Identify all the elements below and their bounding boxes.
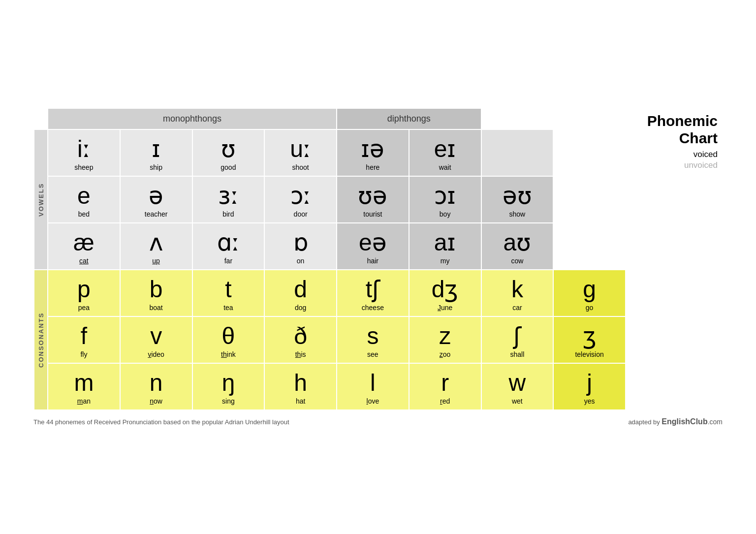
phoneme-cell: θthink: [192, 316, 265, 363]
phoneme-word: tea: [195, 304, 262, 312]
phoneme-symbol: m: [50, 370, 118, 396]
footer: The 44 phonemes of Received Pronunciatio…: [33, 417, 723, 426]
phoneme-cell: ʊgood: [192, 129, 265, 176]
phoneme-word: shall: [484, 350, 551, 358]
phoneme-word: on: [267, 257, 334, 265]
phoneme-cell: ŋsing: [192, 363, 265, 410]
phoneme-symbol: aɪ: [411, 230, 479, 256]
phoneme-word: show: [484, 210, 551, 218]
phoneme-word: go: [556, 304, 623, 312]
phoneme-symbol: r: [411, 370, 479, 396]
phoneme-word: now: [123, 397, 190, 405]
phoneme-word: cow: [484, 257, 551, 265]
phoneme-word: boat: [123, 304, 190, 312]
phoneme-word: far: [195, 257, 262, 265]
phoneme-cell: uːshoot: [264, 129, 337, 176]
phoneme-cell: ʊətourist: [337, 176, 409, 223]
phoneme-symbol: ŋ: [195, 370, 262, 396]
phoneme-cell: ʌup: [120, 223, 192, 270]
phoneme-word: zoo: [411, 350, 479, 358]
phoneme-symbol: eə: [339, 230, 407, 256]
phoneme-cell: ɜːbird: [192, 176, 265, 223]
phoneme-word: tourist: [339, 210, 407, 218]
page-wrapper: monophthongs diphthongs VOWELSiːsheepɪsh…: [33, 108, 723, 426]
phoneme-symbol: ʃ: [484, 323, 551, 349]
phoneme-word: boy: [411, 210, 479, 218]
phoneme-cell: ebed: [48, 176, 120, 223]
phoneme-word: my: [411, 257, 479, 265]
phoneme-word: this: [267, 350, 334, 358]
phoneme-cell: vvideo: [120, 316, 192, 363]
phoneme-word: red: [411, 397, 479, 405]
phoneme-symbol: h: [267, 370, 334, 396]
phoneme-cell: ðthis: [264, 316, 337, 363]
phoneme-symbol: j: [556, 370, 623, 396]
phoneme-symbol: n: [123, 370, 190, 396]
phoneme-cell: ssee: [337, 316, 409, 363]
phoneme-word: cat: [50, 257, 118, 265]
phoneme-cell: ggo: [553, 270, 626, 316]
phoneme-cell: ttea: [192, 270, 265, 316]
phoneme-symbol: p: [50, 277, 118, 303]
phoneme-cell: mman: [48, 363, 120, 410]
phoneme-word: think: [195, 350, 262, 358]
phoneme-cell: eəhair: [337, 223, 409, 270]
phoneme-symbol: ʌ: [123, 230, 190, 256]
phoneme-cell: nnow: [120, 363, 192, 410]
adapted-by: adapted by EnglishClub.com: [628, 417, 723, 426]
phoneme-cell: ʃshall: [481, 316, 554, 363]
phoneme-word: June: [411, 304, 479, 312]
phoneme-cell: ɔɪboy: [409, 176, 481, 223]
phoneme-word: yes: [556, 397, 623, 405]
chart-title: Phonemic Chart: [647, 113, 718, 147]
phoneme-symbol: ə: [123, 183, 190, 209]
phoneme-symbol: z: [411, 323, 479, 349]
phoneme-symbol: æ: [50, 230, 118, 256]
phoneme-word: here: [339, 163, 407, 171]
phoneme-symbol: ɪ: [123, 136, 190, 162]
phoneme-cell: əteacher: [120, 176, 192, 223]
phoneme-cell: ffly: [48, 316, 120, 363]
phoneme-word: bird: [195, 210, 262, 218]
phoneme-symbol: l: [339, 370, 407, 396]
phoneme-cell: bboat: [120, 270, 192, 316]
phoneme-cell: æcat: [48, 223, 120, 270]
phoneme-symbol: ð: [267, 323, 334, 349]
phoneme-cell: ɪship: [120, 129, 192, 176]
phoneme-symbol: tʃ: [339, 277, 407, 303]
phoneme-cell: əʊshow: [481, 176, 554, 223]
phoneme-symbol: ɑː: [195, 230, 262, 256]
phoneme-word: see: [339, 350, 407, 358]
phoneme-word: hat: [267, 397, 334, 405]
chart-container: monophthongs diphthongs VOWELSiːsheepɪsh…: [33, 108, 626, 410]
phoneme-word: car: [484, 304, 551, 312]
phoneme-symbol: t: [195, 277, 262, 303]
phoneme-symbol: əʊ: [484, 183, 551, 209]
phoneme-symbol: ʊə: [339, 183, 407, 209]
phoneme-cell: ɔːdoor: [264, 176, 337, 223]
phoneme-word: sing: [195, 397, 262, 405]
phonemic-table: monophthongs diphthongs VOWELSiːsheepɪsh…: [33, 108, 626, 410]
phoneme-cell: jyes: [553, 363, 626, 410]
phoneme-symbol: b: [123, 277, 190, 303]
phoneme-symbol: ɜː: [195, 183, 262, 209]
diphthongs-header: diphthongs: [337, 108, 481, 129]
phoneme-word: wet: [484, 397, 551, 405]
phoneme-symbol: e: [50, 183, 118, 209]
phoneme-word: video: [123, 350, 190, 358]
phoneme-cell: iːsheep: [48, 129, 120, 176]
phoneme-word: shoot: [267, 163, 334, 171]
phoneme-word: sheep: [50, 163, 118, 171]
phoneme-cell: tʃcheese: [337, 270, 409, 316]
phoneme-word: love: [339, 397, 407, 405]
phoneme-symbol: w: [484, 370, 551, 396]
consonants-label: CONSONANTS: [34, 270, 48, 410]
phoneme-symbol: g: [556, 277, 623, 303]
phoneme-symbol: ɔɪ: [411, 183, 479, 209]
phoneme-word: television: [556, 350, 623, 358]
phoneme-symbol: s: [339, 323, 407, 349]
phoneme-symbol: θ: [195, 323, 262, 349]
phoneme-cell: ddog: [264, 270, 337, 316]
phoneme-cell: llove: [337, 363, 409, 410]
phoneme-word: hair: [339, 257, 407, 265]
